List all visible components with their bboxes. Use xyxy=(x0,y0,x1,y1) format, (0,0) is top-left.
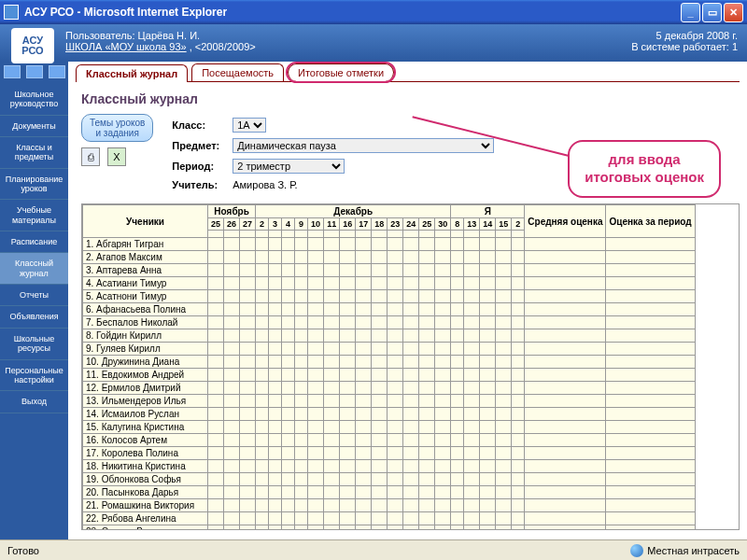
grade-cell[interactable] xyxy=(269,499,282,512)
grade-cell[interactable] xyxy=(308,343,324,356)
grade-cell[interactable] xyxy=(208,264,224,277)
grade-cell[interactable] xyxy=(451,447,464,460)
grade-cell[interactable] xyxy=(224,434,240,447)
grade-cell[interactable] xyxy=(240,329,256,343)
grade-cell[interactable] xyxy=(208,525,224,531)
grade-cell[interactable] xyxy=(512,382,525,395)
grade-cell[interactable] xyxy=(295,408,308,421)
grade-cell[interactable] xyxy=(340,460,356,473)
grade-cell[interactable] xyxy=(295,277,308,290)
grade-cell[interactable] xyxy=(240,316,256,329)
grade-cell[interactable] xyxy=(451,329,464,343)
grade-cell[interactable] xyxy=(512,251,525,264)
grade-cell[interactable] xyxy=(464,499,480,512)
grade-cell[interactable] xyxy=(372,486,388,499)
grade-cell[interactable] xyxy=(340,512,356,525)
grade-cell[interactable] xyxy=(208,251,224,264)
grade-cell[interactable] xyxy=(388,408,403,421)
grade-cell[interactable] xyxy=(403,447,419,460)
grade-cell[interactable] xyxy=(403,343,419,356)
grade-cell[interactable] xyxy=(295,499,308,512)
grade-cell[interactable] xyxy=(256,434,269,447)
grade-cell[interactable] xyxy=(295,264,308,277)
grade-cell[interactable] xyxy=(256,512,269,525)
grade-cell[interactable] xyxy=(256,408,269,421)
grade-cell[interactable] xyxy=(451,382,464,395)
grade-cell[interactable] xyxy=(340,486,356,499)
grade-cell[interactable] xyxy=(256,251,269,264)
grade-cell[interactable] xyxy=(388,238,403,251)
grade-cell[interactable] xyxy=(269,408,282,421)
grade-cell[interactable] xyxy=(451,421,464,434)
grade-cell[interactable] xyxy=(512,421,525,434)
grade-cell[interactable] xyxy=(308,499,324,512)
grade-cell[interactable] xyxy=(464,264,480,277)
grade-cell[interactable] xyxy=(480,343,496,356)
grade-cell[interactable] xyxy=(512,473,525,486)
grade-cell[interactable] xyxy=(208,303,224,316)
grade-cell[interactable] xyxy=(356,290,372,303)
grade-cell[interactable] xyxy=(295,486,308,499)
grade-cell[interactable] xyxy=(496,343,512,356)
grade-cell[interactable] xyxy=(496,460,512,473)
grade-cell[interactable] xyxy=(308,408,324,421)
grade-cell[interactable] xyxy=(480,434,496,447)
grade-cell[interactable] xyxy=(269,395,282,408)
grade-cell[interactable] xyxy=(295,238,308,251)
grade-cell[interactable] xyxy=(464,525,480,531)
grade-cell[interactable] xyxy=(403,382,419,395)
grade-cell[interactable] xyxy=(451,512,464,525)
grade-cell[interactable] xyxy=(512,264,525,277)
grade-cell[interactable] xyxy=(451,238,464,251)
grade-cell[interactable] xyxy=(464,421,480,434)
grade-cell[interactable] xyxy=(282,251,295,264)
grade-cell[interactable] xyxy=(256,277,269,290)
grade-cell[interactable] xyxy=(512,499,525,512)
grade-cell[interactable] xyxy=(308,277,324,290)
grade-cell[interactable] xyxy=(269,277,282,290)
grade-cell[interactable] xyxy=(388,343,403,356)
grade-cell[interactable] xyxy=(282,264,295,277)
grade-cell[interactable] xyxy=(435,382,451,395)
grade-cell[interactable] xyxy=(340,238,356,251)
grade-cell[interactable] xyxy=(451,434,464,447)
grade-cell[interactable] xyxy=(496,290,512,303)
grade-cell[interactable] xyxy=(496,329,512,343)
grade-cell[interactable] xyxy=(269,525,282,531)
period-select[interactable]: 2 триместр xyxy=(233,159,345,174)
grade-cell[interactable] xyxy=(464,473,480,486)
grade-cell[interactable] xyxy=(256,238,269,251)
grade-cell[interactable] xyxy=(240,382,256,395)
grade-cell[interactable] xyxy=(356,499,372,512)
grade-cell[interactable] xyxy=(356,395,372,408)
grade-cell[interactable] xyxy=(464,460,480,473)
grade-cell[interactable] xyxy=(419,395,435,408)
sidebar-item-9[interactable]: Школьные ресурсы xyxy=(0,329,68,360)
grade-cell[interactable] xyxy=(256,460,269,473)
grade-cell[interactable] xyxy=(496,408,512,421)
grade-cell[interactable] xyxy=(295,356,308,369)
grade-cell[interactable] xyxy=(388,290,403,303)
grade-cell[interactable] xyxy=(388,473,403,486)
grade-cell[interactable] xyxy=(356,512,372,525)
grade-cell[interactable] xyxy=(208,329,224,343)
grade-cell[interactable] xyxy=(480,499,496,512)
grade-cell[interactable] xyxy=(464,486,480,499)
grade-cell[interactable] xyxy=(388,277,403,290)
grade-cell[interactable] xyxy=(496,277,512,290)
grade-cell[interactable] xyxy=(451,486,464,499)
grade-cell[interactable] xyxy=(435,512,451,525)
grade-cell[interactable] xyxy=(403,251,419,264)
grade-cell[interactable] xyxy=(224,525,240,531)
grade-cell[interactable] xyxy=(451,343,464,356)
grade-cell[interactable] xyxy=(224,512,240,525)
grade-cell[interactable] xyxy=(512,277,525,290)
grade-cell[interactable] xyxy=(435,303,451,316)
grade-cell[interactable] xyxy=(240,486,256,499)
grade-cell[interactable] xyxy=(464,343,480,356)
grade-cell[interactable] xyxy=(464,290,480,303)
grade-cell[interactable] xyxy=(308,460,324,473)
grade-cell[interactable] xyxy=(512,525,525,531)
grade-cell[interactable] xyxy=(240,512,256,525)
grade-cell[interactable] xyxy=(240,395,256,408)
